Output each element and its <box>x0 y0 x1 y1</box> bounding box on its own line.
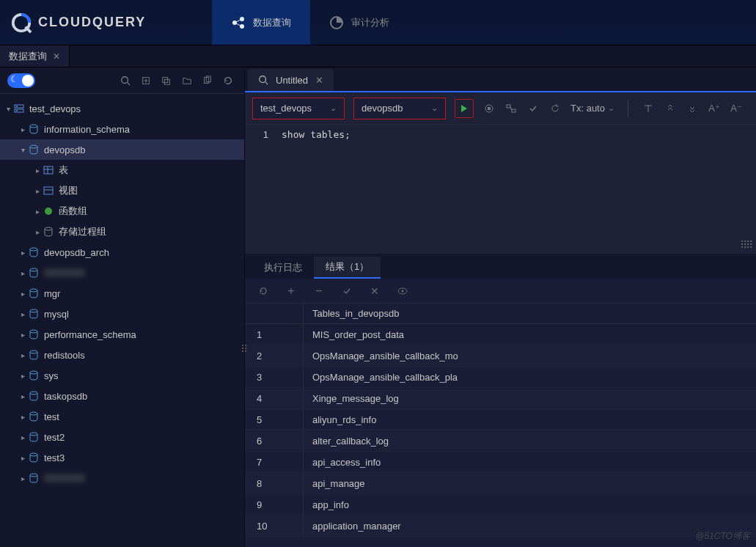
tx-mode-dropdown[interactable]: Tx: auto ⌄ <box>570 103 614 114</box>
close-icon[interactable]: ✕ <box>53 51 60 62</box>
layers-icon[interactable] <box>158 72 175 89</box>
tree-item[interactable]: 函数组 <box>0 201 244 221</box>
run-button[interactable] <box>455 99 474 118</box>
tree-item[interactable]: 存储过程组 <box>0 221 244 242</box>
commit-icon[interactable] <box>526 102 540 115</box>
caret-icon[interactable] <box>18 310 28 318</box>
tree-item[interactable]: test2 <box>0 427 244 447</box>
results-tab-result[interactable]: 结果（1） <box>314 257 381 279</box>
caret-icon[interactable] <box>18 269 28 277</box>
results-grid[interactable]: Tables_in_devopsdb 1MIS_order_post_data2… <box>245 304 756 547</box>
cell-value[interactable]: Xinge_message_log <box>304 388 756 408</box>
caret-icon[interactable] <box>32 208 43 216</box>
svg-point-39 <box>30 453 37 456</box>
tree-item[interactable]: test <box>0 406 244 427</box>
search-icon[interactable] <box>117 72 134 89</box>
expand-icon[interactable] <box>686 102 699 115</box>
database-dropdown[interactable]: devopsdb ⌄ <box>353 98 446 120</box>
caret-icon[interactable] <box>18 474 28 482</box>
copy-icon[interactable] <box>199 72 216 89</box>
table-row[interactable]: 5aliyun_rds_info <box>245 409 756 430</box>
table-row[interactable]: 10application_manager <box>245 515 756 537</box>
tree-item[interactable]: mgr <box>0 283 244 304</box>
tree-item[interactable] <box>0 263 244 283</box>
stop-icon[interactable] <box>482 102 496 115</box>
caret-icon[interactable] <box>18 413 28 421</box>
sidebar-resize-handle-icon[interactable]: ⠿ <box>241 343 246 355</box>
caret-icon[interactable] <box>18 125 28 133</box>
code-content[interactable]: show tables; <box>277 125 756 254</box>
tree-item[interactable]: test3 <box>0 447 244 468</box>
tree-item[interactable]: sys <box>0 365 244 386</box>
tree-item[interactable]: information_schema <box>0 119 244 139</box>
caret-icon[interactable] <box>3 105 13 113</box>
collapse-icon[interactable] <box>664 102 677 115</box>
explain-icon[interactable] <box>504 102 518 115</box>
folder-icon[interactable] <box>178 72 196 89</box>
cell-value[interactable]: aliyun_rds_info <box>304 409 756 430</box>
tree-item[interactable]: 表 <box>0 160 244 180</box>
format-icon[interactable] <box>642 102 655 115</box>
close-icon[interactable]: ✕ <box>315 75 323 86</box>
caret-icon[interactable] <box>32 228 43 236</box>
db-tree[interactable]: test_devopsinformation_schemadevopsdb表视图… <box>0 94 244 547</box>
caret-icon[interactable] <box>18 351 28 359</box>
table-row[interactable]: 4Xinge_message_log <box>245 388 756 409</box>
table-row[interactable]: 8api_manage <box>245 473 756 494</box>
refresh-icon[interactable] <box>257 284 270 298</box>
caret-icon[interactable] <box>18 392 28 400</box>
sql-editor[interactable]: 1 show tables; ⠿⠿ <box>245 125 756 254</box>
nav-tab-query[interactable]: 数据查询 <box>212 0 310 45</box>
nav-tab-audit[interactable]: 审计分析 <box>310 0 408 45</box>
table-row[interactable]: 9app_info <box>245 494 756 515</box>
cell-value[interactable]: api_manage <box>304 473 756 493</box>
caret-icon[interactable] <box>18 331 28 339</box>
theme-toggle[interactable] <box>7 73 35 88</box>
view-icon[interactable] <box>396 284 409 298</box>
caret-icon[interactable] <box>18 249 28 257</box>
caret-icon[interactable] <box>32 187 43 195</box>
rollback-icon[interactable] <box>548 102 562 115</box>
cell-value[interactable]: api_access_info <box>304 452 756 472</box>
column-header[interactable]: Tables_in_devopsdb <box>304 304 756 323</box>
caret-icon[interactable] <box>18 454 28 462</box>
cell-value[interactable]: OpsManage_ansible_callback_pla <box>304 367 756 387</box>
new-icon[interactable] <box>137 72 155 89</box>
add-icon[interactable]: + <box>285 284 298 298</box>
cancel-icon[interactable]: ✕ <box>368 284 381 298</box>
cell-value[interactable]: application_manager <box>304 515 756 536</box>
tree-item[interactable]: taskopsdb <box>0 386 244 406</box>
tree-item[interactable]: devopsdb_arch <box>0 242 244 263</box>
caret-icon[interactable] <box>18 372 28 380</box>
table-row[interactable]: 7api_access_info <box>245 452 756 473</box>
tree-item[interactable] <box>0 468 244 488</box>
font-increase-icon[interactable]: A⁺ <box>708 102 721 115</box>
tree-item[interactable]: 视图 <box>0 180 244 201</box>
caret-icon[interactable] <box>32 166 43 175</box>
caret-icon[interactable] <box>18 146 28 154</box>
table-row[interactable]: 6alter_callback_log <box>245 430 756 452</box>
remove-icon[interactable]: − <box>312 284 326 298</box>
cell-value[interactable]: alter_callback_log <box>304 430 756 451</box>
results-tab-log[interactable]: 执行日志 <box>252 257 314 279</box>
refresh-icon[interactable] <box>219 72 237 89</box>
table-row[interactable]: 2OpsManage_ansible_callback_mo <box>245 345 756 367</box>
connection-dropdown[interactable]: test_devops ⌄ <box>252 98 345 120</box>
commit-icon[interactable] <box>340 284 353 298</box>
font-decrease-icon[interactable]: A⁻ <box>730 102 743 115</box>
tree-item[interactable]: devopsdb <box>0 139 244 160</box>
cell-value[interactable]: MIS_order_post_data <box>304 324 756 345</box>
editor-tab[interactable]: Untitled ✕ <box>248 69 334 91</box>
caret-icon[interactable] <box>18 433 28 441</box>
caret-icon[interactable] <box>18 290 28 298</box>
cell-value[interactable]: app_info <box>304 494 756 515</box>
tree-item[interactable]: test_devops <box>0 98 244 119</box>
table-row[interactable]: 3OpsManage_ansible_callback_pla <box>245 367 756 388</box>
cell-value[interactable]: OpsManage_ansible_callback_mo <box>304 345 756 366</box>
tree-item[interactable]: mysql <box>0 304 244 324</box>
tree-item[interactable]: performance_schema <box>0 324 244 345</box>
tree-item[interactable]: redistools <box>0 345 244 365</box>
resize-handle-icon[interactable]: ⠿⠿ <box>740 239 752 251</box>
table-row[interactable]: 1MIS_order_post_data <box>245 324 756 345</box>
subheader-tab[interactable]: 数据查询 ✕ <box>0 45 70 67</box>
